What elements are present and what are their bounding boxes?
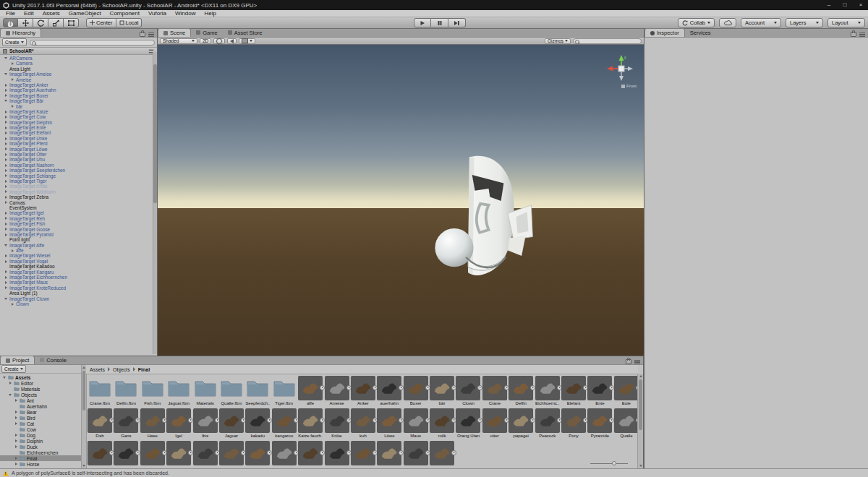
asset-item[interactable]: papagei [509, 408, 533, 441]
asset-item[interactable] [219, 441, 244, 468]
asset-item[interactable] [193, 441, 218, 468]
disclosure-closed-icon[interactable] [4, 142, 8, 145]
asset-item[interactable]: otter [482, 408, 507, 441]
lock-icon[interactable] [626, 359, 631, 364]
asset-folder[interactable]: Qualle.fbm [219, 376, 244, 408]
disclosure-closed-icon[interactable] [4, 276, 8, 279]
layout-dropdown[interactable]: Layout [827, 18, 865, 27]
disclosure-closed-icon[interactable] [4, 223, 8, 225]
hierarchy-item[interactable]: ImageTarget Tiger [0, 179, 157, 184]
asset-item[interactable] [166, 441, 191, 468]
hierarchy-create-button[interactable]: Create [2, 38, 27, 46]
hierarchy-item[interactable]: Point light [0, 237, 157, 242]
asset-item[interactable]: bär [430, 376, 454, 408]
hierarchy-item[interactable]: ImageTarget Vogel [0, 259, 157, 264]
disclosure-closed-icon[interactable] [4, 94, 8, 97]
disclosure-closed-icon[interactable] [10, 78, 14, 81]
asset-item[interactable]: Elefant [561, 376, 586, 408]
asset-item[interactable]: Boxer [404, 376, 428, 408]
hierarchy-item[interactable]: ImageTarget Otter [0, 152, 157, 157]
disclosure-closed-icon[interactable] [10, 303, 14, 306]
disclosure-closed-icon[interactable] [4, 185, 8, 188]
asset-item[interactable]: kuh [351, 408, 375, 441]
asset-grid-scrollbar[interactable] [637, 374, 643, 468]
hierarchy-item[interactable]: ImageTarget Kröte [0, 184, 157, 189]
folder-row[interactable]: Eichhoernchen [0, 450, 81, 455]
disclosure-closed-icon[interactable] [4, 270, 8, 273]
lock-icon[interactable] [140, 32, 145, 37]
disclosure-closed-icon[interactable] [14, 422, 18, 425]
folder-row[interactable]: Assets [0, 374, 81, 380]
asset-item[interactable]: Löwe [377, 408, 401, 441]
asset-item[interactable]: kakadu [245, 408, 270, 441]
hierarchy-item[interactable]: ImageTarget Uhu [0, 157, 157, 162]
asset-item[interactable]: Katze fauch.. [298, 408, 323, 441]
tab-hierarchy[interactable]: Hierarchy [0, 28, 41, 37]
prefab-expand-icon[interactable] [451, 450, 456, 455]
asset-item[interactable]: Delfin [509, 376, 533, 408]
lock-icon[interactable] [851, 32, 856, 37]
panel-menu-icon[interactable] [859, 33, 865, 37]
hierarchy-item[interactable]: ImageTarget Löwe [0, 147, 157, 152]
folder-row[interactable]: Final [0, 455, 81, 461]
disclosure-open-icon[interactable] [4, 244, 8, 246]
disclosure-closed-icon[interactable] [4, 116, 8, 119]
disclosure-closed-icon[interactable] [10, 105, 14, 108]
disclosure-closed-icon[interactable] [4, 137, 8, 140]
disclosure-open-icon[interactable] [4, 100, 8, 102]
folder-row[interactable]: Editor [0, 380, 81, 386]
menu-vuforia[interactable]: Vuforia [144, 10, 171, 17]
gizmo-view-label[interactable]: Front [621, 84, 637, 88]
menu-window[interactable]: Window [171, 10, 200, 17]
breadcrumb-final[interactable]: Final [138, 367, 150, 372]
disclosure-closed-icon[interactable] [14, 463, 18, 465]
disclosure-closed-icon[interactable] [4, 158, 8, 161]
disclosure-closed-icon[interactable] [4, 201, 8, 204]
folder-row[interactable]: Bear [0, 409, 81, 415]
breadcrumb-assets[interactable]: Assets [90, 367, 105, 372]
hand-tool-button[interactable] [3, 18, 18, 27]
folder-row[interactable]: Bird [0, 415, 81, 421]
hierarchy-item[interactable]: ImageTarget Goose [0, 227, 157, 232]
tab-services[interactable]: Services [685, 28, 716, 37]
asset-folder[interactable]: Jaguar.fbm [166, 376, 191, 408]
hierarchy-item[interactable]: ImageTarget Schlange [0, 173, 157, 179]
asset-item[interactable]: affe [298, 376, 323, 408]
tab-inspector[interactable]: Inspector [644, 28, 685, 37]
disclosure-closed-icon[interactable] [4, 228, 8, 231]
disclosure-closed-icon[interactable] [4, 281, 8, 284]
asset-item[interactable]: Anker [351, 376, 375, 408]
panel-menu-icon[interactable] [634, 360, 640, 364]
hierarchy-item[interactable]: ImageTarget Anker [0, 82, 157, 87]
scroll-down-icon[interactable] [639, 465, 642, 467]
asset-item[interactable]: kangaroo [272, 408, 297, 441]
asset-folder[interactable]: Seepferdch.. [245, 376, 270, 408]
hierarchy-item[interactable]: ImageTarget Kangaru [0, 270, 157, 275]
asset-item[interactable]: Pony [561, 408, 586, 441]
hierarchy-item[interactable]: ImageTarget Katze [0, 109, 157, 114]
hierarchy-item[interactable]: ImageTarget Affe [0, 243, 157, 248]
lighting-toggle-button[interactable] [213, 38, 225, 44]
rect-tool-button[interactable] [64, 18, 79, 27]
asset-item[interactable] [298, 441, 323, 468]
pivot-toggle-button[interactable]: Center [86, 18, 116, 27]
hierarchy-item[interactable]: ImageTarget KroteReduced [0, 285, 157, 291]
asset-item[interactable] [272, 441, 297, 468]
disclosure-closed-icon[interactable] [4, 260, 8, 263]
play-button[interactable] [414, 18, 431, 27]
disclosure-closed-icon[interactable] [14, 439, 18, 442]
menu-gameobject[interactable]: GameObject [64, 10, 106, 17]
asset-item[interactable]: Ibis [193, 408, 218, 441]
asset-item[interactable] [88, 441, 112, 468]
hierarchy-item[interactable]: ImageTarget Pyramid [0, 232, 157, 237]
disclosure-closed-icon[interactable] [4, 121, 8, 124]
tab-project[interactable]: Project [0, 356, 35, 364]
disclosure-closed-icon[interactable] [4, 217, 8, 220]
disclosure-closed-icon[interactable] [4, 169, 8, 172]
hierarchy-item[interactable]: ImageTarget Maus [0, 280, 157, 285]
pause-button[interactable] [431, 18, 448, 27]
disclosure-open-icon[interactable] [4, 298, 8, 300]
asset-item[interactable]: Fish [88, 408, 112, 441]
space-toggle-button[interactable]: Local [116, 18, 142, 27]
disclosure-closed-icon[interactable] [4, 132, 8, 134]
